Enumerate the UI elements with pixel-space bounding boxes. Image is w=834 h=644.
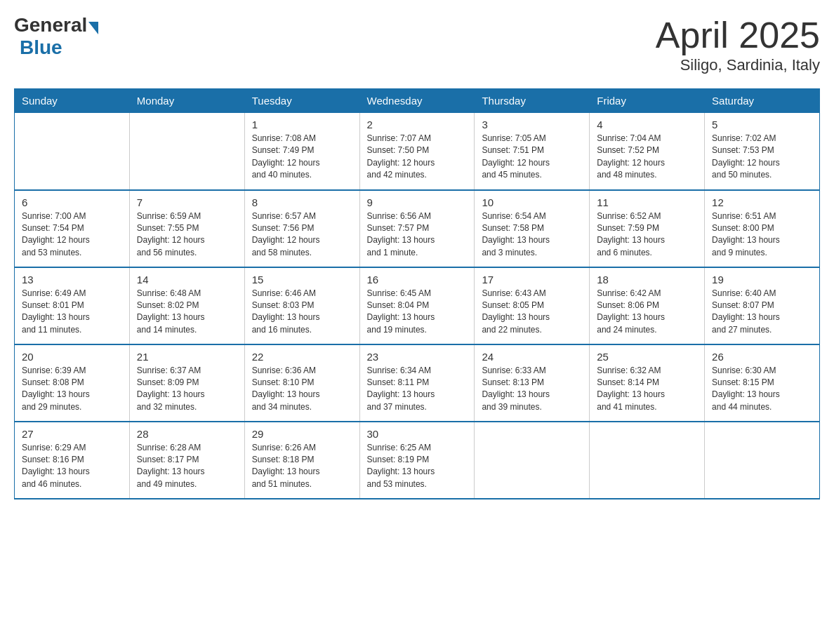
logo: General Blue [14,14,98,59]
day-info: Sunrise: 6:33 AM Sunset: 8:13 PM Dayligh… [482,365,582,414]
header-friday: Friday [590,89,705,113]
day-number: 8 [252,196,352,208]
day-cell [590,422,705,499]
day-cell: 28Sunrise: 6:28 AM Sunset: 8:17 PM Dayli… [129,422,244,499]
week-row-4: 27Sunrise: 6:29 AM Sunset: 8:16 PM Dayli… [15,422,820,499]
day-info: Sunrise: 6:32 AM Sunset: 8:14 PM Dayligh… [597,365,697,414]
day-info: Sunrise: 7:04 AM Sunset: 7:52 PM Dayligh… [597,133,697,182]
day-number: 25 [597,351,697,363]
day-cell: 24Sunrise: 6:33 AM Sunset: 8:13 PM Dayli… [475,344,590,422]
day-cell: 15Sunrise: 6:46 AM Sunset: 8:03 PM Dayli… [244,267,359,344]
day-number: 14 [137,274,237,286]
day-number: 18 [597,274,697,286]
day-info: Sunrise: 6:39 AM Sunset: 8:08 PM Dayligh… [22,365,122,414]
day-info: Sunrise: 6:42 AM Sunset: 8:06 PM Dayligh… [597,288,697,337]
week-row-2: 13Sunrise: 6:49 AM Sunset: 8:01 PM Dayli… [15,267,820,344]
day-info: Sunrise: 6:30 AM Sunset: 8:15 PM Dayligh… [712,365,812,414]
day-number: 20 [22,351,122,363]
day-cell: 30Sunrise: 6:25 AM Sunset: 8:19 PM Dayli… [359,422,475,499]
day-cell [129,113,244,190]
day-cell [705,422,820,499]
week-row-0: 1Sunrise: 7:08 AM Sunset: 7:49 PM Daylig… [15,113,820,190]
day-number: 27 [22,428,122,440]
day-info: Sunrise: 6:51 AM Sunset: 8:00 PM Dayligh… [712,210,812,260]
day-number: 22 [252,351,352,363]
header-thursday: Thursday [475,89,590,113]
day-number: 13 [22,274,122,286]
header-wednesday: Wednesday [359,89,475,113]
day-info: Sunrise: 6:54 AM Sunset: 7:58 PM Dayligh… [482,210,582,260]
day-number: 30 [367,428,468,440]
day-number: 6 [22,196,122,208]
day-number: 16 [367,274,468,286]
week-row-1: 6Sunrise: 7:00 AM Sunset: 7:54 PM Daylig… [15,190,820,267]
day-cell: 12Sunrise: 6:51 AM Sunset: 8:00 PM Dayli… [705,190,820,267]
day-info: Sunrise: 7:08 AM Sunset: 7:49 PM Dayligh… [252,133,352,182]
day-number: 3 [482,119,582,130]
day-cell: 25Sunrise: 6:32 AM Sunset: 8:14 PM Dayli… [590,344,705,422]
day-info: Sunrise: 7:07 AM Sunset: 7:50 PM Dayligh… [367,133,468,182]
day-info: Sunrise: 6:46 AM Sunset: 8:03 PM Dayligh… [252,288,352,337]
location-text: Siligo, Sardinia, Italy [656,56,820,74]
day-cell: 27Sunrise: 6:29 AM Sunset: 8:16 PM Dayli… [15,422,130,499]
day-cell: 5Sunrise: 7:02 AM Sunset: 7:53 PM Daylig… [705,113,820,190]
day-cell: 14Sunrise: 6:48 AM Sunset: 8:02 PM Dayli… [129,267,244,344]
day-number: 21 [137,351,237,363]
logo-line1: General [14,14,98,36]
day-cell: 21Sunrise: 6:37 AM Sunset: 8:09 PM Dayli… [129,344,244,422]
day-info: Sunrise: 6:56 AM Sunset: 7:57 PM Dayligh… [367,210,468,260]
day-info: Sunrise: 6:37 AM Sunset: 8:09 PM Dayligh… [137,365,237,414]
calendar-table: SundayMondayTuesdayWednesdayThursdayFrid… [14,88,820,499]
day-info: Sunrise: 6:26 AM Sunset: 8:18 PM Dayligh… [252,442,352,491]
day-cell: 26Sunrise: 6:30 AM Sunset: 8:15 PM Dayli… [705,344,820,422]
day-info: Sunrise: 6:34 AM Sunset: 8:11 PM Dayligh… [367,365,468,414]
day-number: 9 [367,196,468,208]
day-cell: 22Sunrise: 6:36 AM Sunset: 8:10 PM Dayli… [244,344,359,422]
day-cell: 3Sunrise: 7:05 AM Sunset: 7:51 PM Daylig… [475,113,590,190]
day-cell: 19Sunrise: 6:40 AM Sunset: 8:07 PM Dayli… [705,267,820,344]
day-cell: 20Sunrise: 6:39 AM Sunset: 8:08 PM Dayli… [15,344,130,422]
day-cell: 4Sunrise: 7:04 AM Sunset: 7:52 PM Daylig… [590,113,705,190]
day-cell: 18Sunrise: 6:42 AM Sunset: 8:06 PM Dayli… [590,267,705,344]
day-cell: 23Sunrise: 6:34 AM Sunset: 8:11 PM Dayli… [359,344,475,422]
day-cell: 2Sunrise: 7:07 AM Sunset: 7:50 PM Daylig… [359,113,475,190]
day-cell: 8Sunrise: 6:57 AM Sunset: 7:56 PM Daylig… [244,190,359,267]
header-saturday: Saturday [705,89,820,113]
header-monday: Monday [129,89,244,113]
day-number: 4 [597,119,697,130]
day-number: 2 [367,119,468,130]
header-tuesday: Tuesday [244,89,359,113]
day-cell: 17Sunrise: 6:43 AM Sunset: 8:05 PM Dayli… [475,267,590,344]
day-info: Sunrise: 6:36 AM Sunset: 8:10 PM Dayligh… [252,365,352,414]
day-number: 15 [252,274,352,286]
day-cell: 29Sunrise: 6:26 AM Sunset: 8:18 PM Dayli… [244,422,359,499]
month-title: April 2025 [656,14,820,56]
day-number: 7 [137,196,237,208]
day-info: Sunrise: 6:59 AM Sunset: 7:55 PM Dayligh… [137,210,237,260]
day-info: Sunrise: 6:48 AM Sunset: 8:02 PM Dayligh… [137,288,237,337]
day-cell: 13Sunrise: 6:49 AM Sunset: 8:01 PM Dayli… [15,267,130,344]
day-number: 26 [712,351,812,363]
day-number: 1 [252,119,352,130]
day-number: 17 [482,274,582,286]
logo-arrow-icon [88,22,98,34]
header-sunday: Sunday [15,89,130,113]
day-number: 11 [597,196,697,208]
day-info: Sunrise: 6:43 AM Sunset: 8:05 PM Dayligh… [482,288,582,337]
day-number: 19 [712,274,812,286]
day-info: Sunrise: 6:28 AM Sunset: 8:17 PM Dayligh… [137,442,237,491]
logo-blue-text: Blue [20,36,62,58]
day-cell: 11Sunrise: 6:52 AM Sunset: 7:59 PM Dayli… [590,190,705,267]
day-cell: 16Sunrise: 6:45 AM Sunset: 8:04 PM Dayli… [359,267,475,344]
day-info: Sunrise: 6:57 AM Sunset: 7:56 PM Dayligh… [252,210,352,260]
day-info: Sunrise: 6:25 AM Sunset: 8:19 PM Dayligh… [367,442,468,491]
day-number: 10 [482,196,582,208]
calendar-header-row: SundayMondayTuesdayWednesdayThursdayFrid… [15,89,820,113]
day-info: Sunrise: 6:45 AM Sunset: 8:04 PM Dayligh… [367,288,468,337]
day-cell: 10Sunrise: 6:54 AM Sunset: 7:58 PM Dayli… [475,190,590,267]
page-header: General Blue April 2025 Siligo, Sardinia… [14,14,820,74]
day-info: Sunrise: 6:29 AM Sunset: 8:16 PM Dayligh… [22,442,122,491]
day-cell: 9Sunrise: 6:56 AM Sunset: 7:57 PM Daylig… [359,190,475,267]
day-number: 5 [712,119,812,130]
day-info: Sunrise: 6:52 AM Sunset: 7:59 PM Dayligh… [597,210,697,260]
